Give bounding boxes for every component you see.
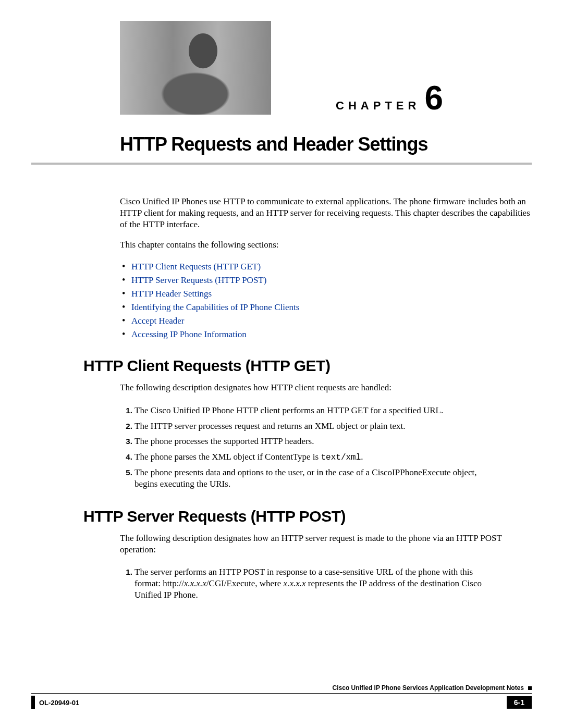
step-item: The server performs an HTTP POST in resp… bbox=[134, 564, 500, 602]
toc-link[interactable]: Accept Header bbox=[131, 316, 184, 326]
toc-link[interactable]: HTTP Client Requests (HTTP GET) bbox=[131, 262, 261, 272]
http-post-steps: The server performs an HTTP POST in resp… bbox=[120, 564, 500, 602]
toc-link[interactable]: Accessing IP Phone Information bbox=[131, 329, 247, 339]
chapter-hero-image bbox=[120, 21, 271, 115]
ip-placeholder: x.x.x.x bbox=[284, 578, 306, 588]
step-suffix: . bbox=[361, 452, 363, 462]
section-heading-http-get: HTTP Client Requests (HTTP GET) bbox=[83, 357, 532, 375]
http-get-steps: The Cisco Unified IP Phone HTTP client p… bbox=[120, 403, 500, 492]
footer-doc-title: Cisco Unified IP Phone Services Applicat… bbox=[333, 684, 524, 692]
title-divider bbox=[31, 163, 532, 165]
toc-link[interactable]: Identifying the Capabilities of IP Phone… bbox=[131, 302, 299, 312]
section2-lead: The following description designates how… bbox=[120, 533, 532, 556]
page-number: 6-1 bbox=[507, 696, 532, 709]
toc-item: HTTP Header Settings bbox=[120, 287, 532, 301]
toc-item: Accessing IP Phone Information bbox=[120, 328, 532, 341]
toc-item: Accept Header bbox=[120, 314, 532, 328]
chapter-number: 6 bbox=[424, 81, 443, 115]
step-item: The phone parses the XML object if Conte… bbox=[134, 449, 500, 465]
toc-list: HTTP Client Requests (HTTP GET) HTTP Ser… bbox=[120, 260, 532, 341]
footer-square-icon bbox=[528, 686, 532, 690]
step-item: The phone presents data and options to t… bbox=[134, 465, 500, 492]
page-footer: Cisco Unified IP Phone Services Applicat… bbox=[31, 684, 532, 709]
toc-item: HTTP Server Requests (HTTP POST) bbox=[120, 274, 532, 287]
step-text: /CGI/Execute, where bbox=[206, 578, 284, 588]
intro-paragraph: Cisco Unified IP Phones use HTTP to comm… bbox=[120, 196, 532, 230]
toc-link[interactable]: HTTP Server Requests (HTTP POST) bbox=[131, 275, 266, 285]
chapter-word: CHAPTER bbox=[336, 99, 420, 113]
content-type-code: text/xml bbox=[321, 453, 361, 462]
step-item: The HTTP server processes request and re… bbox=[134, 418, 500, 434]
step-text: The phone parses the XML object if Conte… bbox=[134, 452, 321, 462]
toc-item: Identifying the Capabilities of IP Phone… bbox=[120, 301, 532, 314]
toc-link[interactable]: HTTP Header Settings bbox=[131, 289, 212, 299]
section-heading-http-post: HTTP Server Requests (HTTP POST) bbox=[83, 508, 532, 525]
footer-bar-icon bbox=[31, 696, 35, 709]
section1-lead: The following description designates how… bbox=[120, 382, 532, 393]
toc-item: HTTP Client Requests (HTTP GET) bbox=[120, 260, 532, 274]
toc-lead: This chapter contains the following sect… bbox=[120, 239, 532, 251]
chapter-label: CHAPTER 6 bbox=[336, 81, 443, 115]
footer-doc-id: OL-20949-01 bbox=[39, 699, 79, 707]
chapter-title: HTTP Requests and Header Settings bbox=[120, 133, 532, 155]
ip-placeholder: x.x.x.x bbox=[184, 578, 206, 588]
step-item: The Cisco Unified IP Phone HTTP client p… bbox=[134, 403, 500, 418]
step-item: The phone processes the supported HTTP h… bbox=[134, 434, 500, 449]
